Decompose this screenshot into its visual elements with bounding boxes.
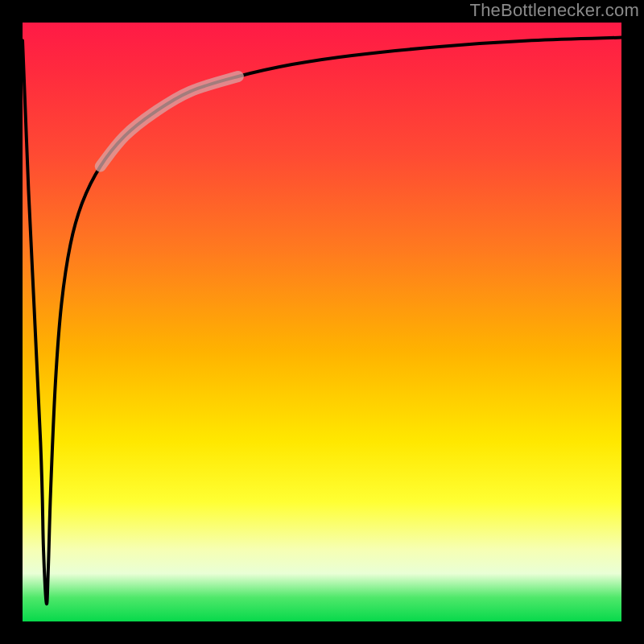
chart-stage: TheBottlenecker.com: [0, 0, 644, 644]
axis-bottom: [0, 621, 644, 644]
curve-highlight: [101, 76, 238, 167]
bottleneck-curve: [23, 38, 621, 605]
curve-layer: [23, 23, 621, 621]
axis-right: [621, 0, 644, 644]
attribution-text: TheBottlenecker.com: [470, 0, 639, 21]
plot-area: [23, 23, 621, 621]
axis-left: [0, 0, 23, 644]
